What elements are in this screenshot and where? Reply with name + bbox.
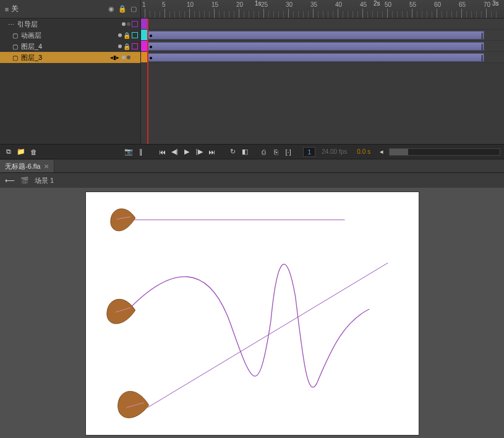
ruler-tick-label: 35 xyxy=(310,1,317,8)
camera-icon[interactable]: 📷 xyxy=(124,147,134,157)
new-layer-icon[interactable]: ⧉ xyxy=(4,147,14,157)
close-icon[interactable]: ✕ xyxy=(44,163,49,170)
back-arrow-icon[interactable]: ⟵ xyxy=(5,175,15,185)
edit-multiple2-icon[interactable]: ⎘ xyxy=(271,147,281,157)
play-icon[interactable]: ▶ xyxy=(182,147,192,157)
layer-panel-menu-icon[interactable]: ≡ xyxy=(2,6,11,13)
timeline-panel: ≡ 关 ◉ 🔒 ▢ 15101520253035404550556065701s… xyxy=(0,0,504,159)
trash-icon[interactable]: 🗑 xyxy=(28,147,38,157)
layer-row[interactable]: ▢图层_4🔒 xyxy=(0,41,140,52)
tween-span[interactable] xyxy=(148,42,484,51)
elapsed-time: 0.0 s xyxy=(357,148,370,155)
lock-dot[interactable] xyxy=(127,56,130,59)
outline-toggle-icon[interactable]: ▢ xyxy=(129,5,138,13)
ruler-tick-label: 65 xyxy=(459,1,466,8)
track-area[interactable] xyxy=(141,19,504,144)
ruler-tick-label: 60 xyxy=(434,1,441,8)
outline-color-icon[interactable] xyxy=(132,32,138,38)
timeline-scrollbar[interactable] xyxy=(389,148,500,156)
layer-list: ⋯引导层▢动画层🔒▢图层_4🔒▢图层_3◂▮▸ xyxy=(0,19,141,144)
ruler-tick-label: 10 xyxy=(187,1,194,8)
timeline-footer: ⧉ 📁 🗑 📷 ‖ ⏮ ◀| ▶ |▶ ⏭ ↻ ◧ ⎙ ⎘ [·] 1 24.0… xyxy=(0,144,504,159)
lock-icon[interactable]: 🔒 xyxy=(123,43,130,50)
track-row[interactable] xyxy=(141,41,504,52)
tween-span[interactable] xyxy=(148,53,484,62)
layer-row[interactable]: ⋯引导层 xyxy=(0,19,140,30)
ruler-tick-label: 55 xyxy=(409,1,416,8)
document-tabs-bar: 无标题-6.fla ✕ xyxy=(0,159,504,173)
outline-color-icon[interactable] xyxy=(132,54,138,61)
layer-header: ≡ 关 ◉ 🔒 ▢ xyxy=(0,0,141,18)
ruler-tick-label: 20 xyxy=(236,1,243,8)
scene-name[interactable]: 场景 1 xyxy=(35,176,54,185)
track-row[interactable] xyxy=(141,52,504,63)
ruler-tick-label: 70 xyxy=(484,1,490,8)
guide-layer-icon: ⋯ xyxy=(7,21,15,28)
layer-icon: ▢ xyxy=(11,43,19,50)
document-tab-label: 无标题-6.fla xyxy=(5,162,40,171)
visibility-toggle-icon[interactable]: ◉ xyxy=(107,5,116,13)
layer-row[interactable]: ▢图层_3◂▮▸ xyxy=(0,52,140,63)
layer-name: 图层_3 xyxy=(21,53,108,62)
visibility-dot[interactable] xyxy=(118,44,122,48)
layer-icon: ▢ xyxy=(11,32,19,39)
frame-nav-arrows[interactable]: ◂▮▸ xyxy=(110,54,119,61)
layer-name: 图层_4 xyxy=(21,42,116,51)
new-folder-icon[interactable]: 📁 xyxy=(16,147,26,157)
scene-breadcrumb-bar: ⟵ 🎬 场景 1 xyxy=(0,173,504,188)
layer-icon: ▢ xyxy=(11,54,19,61)
lock-icon[interactable]: 🔒 xyxy=(123,32,130,39)
layer-panel-title: 关 xyxy=(11,4,107,14)
document-tab[interactable]: 无标题-6.fla ✕ xyxy=(0,160,54,172)
seed-shape xyxy=(110,209,135,231)
ruler-tick-label: 40 xyxy=(335,1,342,8)
track-row[interactable] xyxy=(141,30,504,41)
layer-name: 引导层 xyxy=(17,20,119,29)
ruler-tick-label: 25 xyxy=(261,1,268,8)
ruler-tick-label: 15 xyxy=(211,1,218,8)
goto-first-icon[interactable]: ⏮ xyxy=(157,147,167,157)
edit-multiple-icon[interactable]: ⎙ xyxy=(258,147,268,157)
ruler-second-label: 1s xyxy=(255,0,262,7)
scroll-left-icon[interactable]: ◂ xyxy=(377,147,387,157)
seed-shape xyxy=(106,299,135,324)
current-frame[interactable]: 1 xyxy=(303,147,315,157)
loop-icon[interactable]: ↻ xyxy=(228,147,237,157)
step-forward-icon[interactable]: |▶ xyxy=(194,147,204,157)
ruler-second-label: 3s xyxy=(492,0,499,7)
timeline-header-row: ≡ 关 ◉ 🔒 ▢ 15101520253035404550556065701s… xyxy=(0,0,504,19)
onion-skin-icon[interactable]: ◧ xyxy=(240,147,250,157)
visibility-dot[interactable] xyxy=(118,33,122,37)
ruler-tick-label: 50 xyxy=(385,1,391,8)
layer-name: 动画层 xyxy=(21,31,116,40)
layer-row[interactable]: ▢动画层🔒 xyxy=(0,30,140,41)
visibility-dot[interactable] xyxy=(122,56,126,59)
scene-icon[interactable]: 🎬 xyxy=(20,175,30,185)
outline-color-icon[interactable] xyxy=(132,21,138,27)
ruler-tick-label: 45 xyxy=(360,1,367,8)
visibility-dot[interactable] xyxy=(122,22,126,26)
seed-shape xyxy=(117,391,148,418)
step-back-icon[interactable]: ◀| xyxy=(169,147,179,157)
lock-dot[interactable] xyxy=(127,22,130,26)
frame-ruler[interactable]: 15101520253035404550556065701s2s3s xyxy=(141,0,504,18)
stage-canvas[interactable] xyxy=(85,192,419,436)
goto-last-icon[interactable]: ⏭ xyxy=(207,147,216,157)
playhead[interactable] xyxy=(147,19,148,144)
tween-span[interactable] xyxy=(148,31,484,40)
ruler-second-label: 2s xyxy=(374,0,380,7)
divider-icon: ‖ xyxy=(136,147,146,157)
fps-label: 24.00 fps xyxy=(322,148,347,155)
track-row[interactable] xyxy=(141,19,504,30)
stage-viewport[interactable] xyxy=(0,188,504,438)
outline-color-icon[interactable] xyxy=(132,43,138,49)
ruler-tick-label: 1 xyxy=(142,1,146,8)
ruler-tick-label: 5 xyxy=(162,1,166,8)
ruler-tick-label: 30 xyxy=(286,1,293,8)
lock-toggle-icon[interactable]: 🔒 xyxy=(118,5,127,13)
span-markers-icon[interactable]: [·] xyxy=(283,147,293,157)
stage-artwork xyxy=(86,192,419,436)
